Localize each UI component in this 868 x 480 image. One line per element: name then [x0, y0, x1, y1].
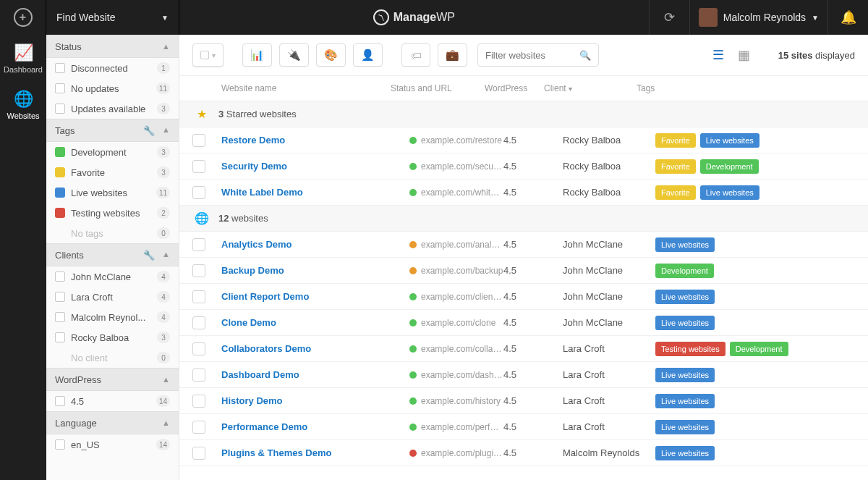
table-row[interactable]: Backup Demoexample.com/backup4.5John McC…	[179, 258, 868, 284]
row-checkbox[interactable]	[192, 342, 205, 355]
filter-option[interactable]: Rocky Balboa3	[46, 327, 179, 348]
tag-pill[interactable]: Live websites	[700, 133, 760, 148]
tag-pill[interactable]: Live websites	[655, 420, 715, 434]
filter-group-wordpress[interactable]: WordPress▲	[46, 368, 179, 391]
find-website-dropdown[interactable]: Find Website ▼	[46, 0, 179, 35]
bulk-select-dropdown[interactable]: ▾	[192, 43, 224, 67]
row-checkbox[interactable]	[192, 160, 205, 173]
website-name-link[interactable]: Analytics Demo	[221, 239, 409, 250]
website-name-link[interactable]: White Label Demo	[221, 187, 409, 198]
filter-group-clients[interactable]: Clients🔧▲	[46, 243, 179, 266]
table-row[interactable]: History Demoexample.com/history4.5Lara C…	[179, 388, 868, 414]
col-tags[interactable]: Tags	[637, 83, 855, 93]
col-wordpress[interactable]: WordPress	[485, 83, 544, 93]
table-row[interactable]: Clone Demoexample.com/clone4.5John McCla…	[179, 310, 868, 336]
table-row[interactable]: Analytics Demoexample.com/analyt...4.5Jo…	[179, 232, 868, 258]
table-row[interactable]: Restore Demoexample.com/restore4.5Rocky …	[179, 127, 868, 153]
wrench-icon[interactable]: 🔧	[143, 250, 155, 261]
checkbox[interactable]	[55, 396, 65, 406]
table-row[interactable]: Collaborators Demoexample.com/collab...4…	[179, 336, 868, 362]
search-input[interactable]	[485, 50, 572, 61]
tag-pill[interactable]: Live websites	[655, 237, 715, 252]
row-checkbox[interactable]	[192, 369, 205, 382]
table-row[interactable]: Performance Demoexample.com/perfor...4.5…	[179, 414, 868, 440]
row-checkbox[interactable]	[192, 186, 205, 199]
filter-group-language[interactable]: Language▲	[46, 411, 179, 434]
tag-pill[interactable]: Development	[655, 264, 714, 278]
website-name-link[interactable]: History Demo	[221, 395, 409, 406]
tag-pill[interactable]: Live websites	[655, 446, 715, 460]
tag-pill[interactable]: Live websites	[655, 394, 715, 408]
row-checkbox[interactable]	[192, 316, 205, 329]
table-row[interactable]: Client Report Demoexample.com/client-...…	[179, 284, 868, 310]
filter-websites-search[interactable]: 🔍	[477, 43, 599, 67]
row-checkbox[interactable]	[192, 290, 205, 303]
add-site-button[interactable]: +	[0, 0, 46, 35]
checkbox[interactable]	[55, 104, 65, 114]
website-name-link[interactable]: Clone Demo	[221, 317, 409, 328]
website-name-link[interactable]: Restore Demo	[221, 135, 409, 146]
filter-option[interactable]: No updates11	[46, 78, 179, 98]
view-grid-button[interactable]: ▦	[736, 47, 752, 63]
table-row[interactable]: Security Demoexample.com/securi...4.5Roc…	[179, 153, 868, 180]
row-checkbox[interactable]	[192, 134, 205, 147]
checkbox[interactable]	[55, 271, 65, 282]
website-name-link[interactable]: Backup Demo	[221, 265, 409, 276]
filter-option[interactable]: 4.514	[46, 391, 179, 411]
tag-pill[interactable]: Development	[700, 159, 759, 174]
row-checkbox[interactable]	[192, 421, 205, 434]
table-row[interactable]: Dashboard Demoexample.com/dashb...4.5Lar…	[179, 362, 868, 388]
website-name-link[interactable]: Security Demo	[221, 161, 409, 172]
refresh-button[interactable]: ⟳	[649, 0, 689, 35]
website-name-link[interactable]: Performance Demo	[221, 421, 409, 432]
tag-pill[interactable]: Live websites	[655, 368, 715, 382]
checkbox[interactable]	[55, 332, 65, 342]
filter-group-status[interactable]: Status▲	[46, 35, 179, 58]
website-name-link[interactable]: Collaborators Demo	[221, 343, 409, 354]
filter-option[interactable]: Disconnected1	[46, 58, 179, 78]
col-website-name[interactable]: Website name	[221, 83, 391, 93]
checkbox[interactable]	[55, 83, 65, 93]
filter-option[interactable]: Favorite3	[46, 162, 179, 182]
checkbox[interactable]	[55, 439, 65, 450]
checkbox[interactable]	[55, 63, 65, 73]
tool-plugins-button[interactable]: 🔌	[279, 43, 309, 67]
row-checkbox[interactable]	[192, 447, 205, 460]
tool-analytics-button[interactable]: 📊	[242, 43, 272, 67]
tool-tags-button[interactable]: 🏷	[401, 43, 430, 67]
filter-option[interactable]: en_US14	[46, 434, 179, 455]
website-name-link[interactable]: Dashboard Demo	[221, 369, 409, 380]
filter-group-tags[interactable]: Tags🔧▲	[46, 119, 179, 142]
filter-option[interactable]: Development3	[46, 142, 179, 162]
rail-item-websites[interactable]: 🌐Websites	[0, 81, 46, 127]
table-row[interactable]: Plugins & Themes Demoexample.com/plugin.…	[179, 440, 868, 466]
tag-pill[interactable]: Live websites	[700, 185, 760, 200]
website-name-link[interactable]: Client Report Demo	[221, 291, 409, 302]
tag-pill[interactable]: Testing websites	[655, 342, 726, 356]
tag-pill[interactable]: Favorite	[655, 185, 696, 200]
tag-pill[interactable]: Favorite	[655, 133, 696, 148]
table-row[interactable]: White Label Demoexample.com/white-...4.5…	[179, 180, 868, 206]
row-checkbox[interactable]	[192, 264, 205, 277]
tool-users-button[interactable]: 👤	[353, 43, 383, 67]
checkbox[interactable]	[55, 312, 65, 322]
col-client[interactable]: Client ▾	[544, 83, 637, 93]
tag-pill[interactable]: Favorite	[655, 159, 696, 174]
checkbox[interactable]	[55, 292, 65, 302]
row-checkbox[interactable]	[192, 395, 205, 408]
tag-pill[interactable]: Live websites	[655, 316, 715, 330]
tool-clients-button[interactable]: 💼	[438, 43, 467, 67]
tool-themes-button[interactable]: 🎨	[316, 43, 346, 67]
filter-option[interactable]: Updates available3	[46, 98, 179, 119]
filter-option[interactable]: John McClane4	[46, 266, 179, 287]
wrench-icon[interactable]: 🔧	[143, 125, 155, 136]
view-list-button[interactable]: ☰	[710, 47, 726, 63]
rail-item-dashboard[interactable]: 📈Dashboard	[0, 35, 46, 81]
notifications-button[interactable]: 🔔	[827, 0, 868, 35]
tag-pill[interactable]: Development	[730, 342, 788, 356]
filter-option[interactable]: Malcolm Reynol...4	[46, 307, 179, 327]
filter-option[interactable]: Live websites11	[46, 182, 179, 203]
filter-option[interactable]: Testing websites2	[46, 203, 179, 223]
website-name-link[interactable]: Plugins & Themes Demo	[221, 447, 409, 458]
user-menu[interactable]: Malcolm Reynolds ▼	[689, 0, 827, 35]
